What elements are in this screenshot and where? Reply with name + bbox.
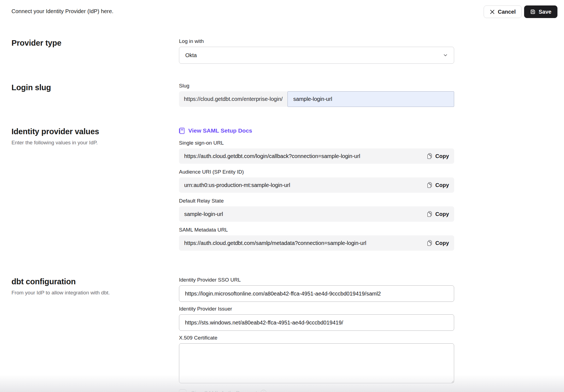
sso-url-label: Identity Provider SSO URL — [179, 277, 454, 283]
section-dbt-configuration: dbt configuration From your IdP to allow… — [0, 277, 564, 392]
journal-icon — [179, 128, 185, 134]
cancel-button-label: Cancel — [498, 9, 516, 15]
copy-field-label: Single sign-on URL — [179, 140, 454, 146]
copy-button[interactable]: Copy — [427, 240, 449, 246]
copy-field-metadata-url: SAML Metadata URL https://auth.cloud.get… — [179, 227, 454, 251]
copy-field-value: https://auth.cloud.getdbt.com/samlp/meta… — [184, 240, 366, 246]
close-icon — [490, 9, 495, 14]
copy-button-label: Copy — [435, 211, 449, 217]
provider-select-value: Okta — [185, 52, 197, 58]
sign-authn-label: Sign SAML AuthnRequest — [191, 390, 257, 392]
header-actions: Cancel Save — [484, 5, 557, 18]
copy-button[interactable]: Copy — [427, 211, 449, 217]
idp-values-subheading: Enter the following values in your IdP. — [11, 139, 171, 146]
chevron-down-icon — [443, 53, 448, 58]
dbt-config-subheading: From your IdP to allow integration with … — [11, 289, 171, 296]
page-header: Connect your Identity Provider (IdP) her… — [0, 0, 564, 19]
sign-authn-row: Sign SAML AuthnRequest ? — [179, 389, 454, 392]
slug-label: Slug — [179, 83, 454, 89]
copy-field-sso-url: Single sign-on URL https://auth.cloud.ge… — [179, 140, 454, 164]
provider-type-heading: Provider type — [11, 38, 171, 48]
issuer-label: Identity Provider Issuer — [179, 306, 454, 312]
copy-field-box: urn:auth0:us-production-mt:sample-login-… — [179, 177, 454, 193]
copy-field-value: urn:auth0:us-production-mt:sample-login-… — [184, 182, 290, 188]
save-button[interactable]: Save — [524, 5, 557, 18]
copy-button-label: Copy — [435, 153, 449, 159]
cancel-button[interactable]: Cancel — [484, 5, 522, 18]
section-idp-values: Identity provider values Enter the follo… — [0, 127, 564, 256]
sso-url-input[interactable] — [179, 285, 454, 302]
copy-button[interactable]: Copy — [427, 153, 449, 159]
login-slug-heading: Login slug — [11, 83, 171, 92]
idp-values-heading: Identity provider values — [11, 127, 171, 136]
copy-icon — [427, 182, 433, 188]
copy-button-label: Copy — [435, 240, 449, 246]
saml-docs-link-label: View SAML Setup Docs — [188, 127, 252, 134]
copy-button-label: Copy — [435, 182, 449, 188]
save-icon — [530, 9, 536, 14]
copy-field-label: Audience URI (SP Entity ID) — [179, 169, 454, 175]
provider-select[interactable]: Okta — [179, 47, 454, 64]
copy-field-audience-uri: Audience URI (SP Entity ID) urn:auth0:us… — [179, 169, 454, 193]
saml-docs-link[interactable]: View SAML Setup Docs — [179, 127, 252, 134]
slug-input[interactable] — [287, 91, 454, 107]
page-description: Connect your Identity Provider (IdP) her… — [11, 5, 113, 14]
slug-field-group: https://cloud.getdbt.com/enterprise-logi… — [179, 91, 454, 107]
copy-field-box: sample-login-url Copy — [179, 206, 454, 222]
slug-url-prefix: https://cloud.getdbt.com/enterprise-logi… — [179, 91, 287, 107]
sso-url-field: Identity Provider SSO URL — [179, 277, 454, 302]
certificate-field: X.509 Certificate — [179, 335, 454, 384]
section-provider-type: Provider type Log in with Okta — [0, 38, 564, 64]
dbt-config-heading: dbt configuration — [11, 277, 171, 286]
section-login-slug: Login slug Slug https://cloud.getdbt.com… — [0, 83, 564, 107]
copy-field-relay-state: Default Relay State sample-login-url Cop… — [179, 198, 454, 222]
copy-field-box: https://auth.cloud.getdbt.com/login/call… — [179, 148, 454, 164]
certificate-textarea[interactable] — [179, 343, 454, 383]
copy-field-value: sample-login-url — [184, 211, 223, 217]
save-button-label: Save — [539, 9, 551, 15]
copy-icon — [427, 211, 433, 217]
copy-field-label: SAML Metadata URL — [179, 227, 454, 233]
copy-field-box: https://auth.cloud.getdbt.com/samlp/meta… — [179, 235, 454, 251]
copy-icon — [427, 240, 433, 246]
copy-icon — [427, 153, 433, 159]
copy-field-label: Default Relay State — [179, 198, 454, 204]
copy-button[interactable]: Copy — [427, 182, 449, 188]
copy-field-value: https://auth.cloud.getdbt.com/login/call… — [184, 153, 360, 159]
sign-authn-checkbox[interactable] — [179, 389, 186, 392]
certificate-label: X.509 Certificate — [179, 335, 454, 341]
issuer-input[interactable] — [179, 314, 454, 331]
help-icon[interactable]: ? — [260, 390, 267, 392]
issuer-field: Identity Provider Issuer — [179, 306, 454, 331]
login-with-label: Log in with — [179, 38, 454, 44]
